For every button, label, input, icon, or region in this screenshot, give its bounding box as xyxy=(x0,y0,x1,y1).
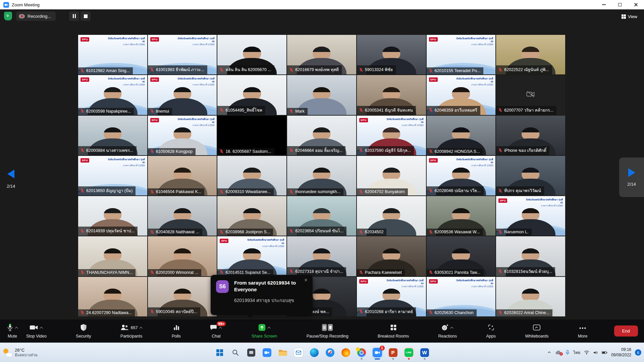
toolbar-item-breakout-rooms[interactable]: Breakout Rooms xyxy=(374,319,413,343)
participant-tile[interactable]: 62008942 HONGSA S... xyxy=(427,116,496,155)
toolbar-item-whiteboards[interactable]: Whiteboards xyxy=(521,319,552,343)
toolbar-item-polls[interactable]: Polls xyxy=(168,319,185,343)
participant-tile[interactable]: 62046664 ออม ลิ้มเจริญ... xyxy=(287,116,356,155)
chrome-taskbar-icon[interactable] xyxy=(356,347,367,358)
participant-tile[interactable]: 62009310 Wiwattanee... xyxy=(217,156,286,195)
chevron-up-icon[interactable] xyxy=(219,326,222,330)
onedrive-error-icon[interactable]: × xyxy=(555,350,562,355)
line-taskbar-icon[interactable]: LINE xyxy=(403,347,415,358)
participant-tile[interactable]: SPUปัจฉิมนิเทศนักศึกษาสหกิจศึกษา รุ่นที่… xyxy=(357,277,426,316)
file-explorer-taskbar-icon[interactable] xyxy=(277,347,288,358)
participant-tile[interactable]: 62027318 สุปราณี จำปา... xyxy=(287,236,356,276)
previous-page-arrow-icon[interactable] xyxy=(7,170,14,178)
compass-taskbar-icon[interactable] xyxy=(324,347,336,358)
participant-tile[interactable]: 62034502 xyxy=(357,196,426,236)
participant-tile[interactable]: 62016679 พงษ์เทพ ทุสดี xyxy=(287,35,356,74)
taskbar-clock[interactable]: 09:16 09/08/2022 xyxy=(611,347,631,358)
participant-tile[interactable]: 61032815ธนวัฒน์ ด้วยบุ... xyxy=(496,236,565,276)
view-button[interactable]: View xyxy=(619,13,640,20)
toolbar-item-participants[interactable]: 657Participants xyxy=(116,319,147,343)
battery-icon[interactable] xyxy=(602,351,607,355)
camera-app-taskbar-icon[interactable] xyxy=(261,347,273,358)
tray-microphone-icon[interactable] xyxy=(566,350,570,355)
maximize-button[interactable] xyxy=(612,0,628,9)
mail-taskbar-icon[interactable] xyxy=(293,347,304,358)
toolbar-item-chat[interactable]: 99+Chat xyxy=(206,319,226,343)
participant-tile[interactable]: SPUปัจฉิมนิเทศนักศึกษาสหกิจศึกษา รุ่นที่… xyxy=(427,156,496,195)
participant-tile[interactable]: SPUปัจฉิมนิเทศนักศึกษาสหกิจศึกษา รุ่นที่… xyxy=(78,35,147,74)
participant-tile[interactable]: 61054495_สิทธิ์โชค xyxy=(217,75,286,115)
chat-popup-close-icon[interactable]: × xyxy=(303,277,309,284)
participant-tile[interactable]: 62002000 Wimonrat ... xyxy=(148,236,217,276)
participant-tile[interactable]: 62007707 วริษา คล้ายกร... xyxy=(496,75,565,115)
participant-tile[interactable]: SPUปัจฉิมนิเทศนักศึกษาสหกิจศึกษา รุ่นที่… xyxy=(357,116,426,155)
next-page-nav[interactable]: 2/14 xyxy=(619,158,644,197)
search-taskbar-icon[interactable] xyxy=(230,347,241,358)
participant-tile[interactable]: SPUปัจฉิมนิเทศนักศึกษาสหกิจศึกษา รุ่นที่… xyxy=(78,156,147,195)
participant-tile[interactable]: 62000884 นางสาวเพชร... xyxy=(78,116,147,155)
toolbar-item-mute[interactable]: Mute xyxy=(3,319,22,343)
participant-tile[interactable]: 62026022 Arirat Chine... xyxy=(496,277,565,316)
participant-tile[interactable]: ทีปกร คุณาพรวิวัฒน์ xyxy=(496,156,565,195)
participant-tile[interactable]: 61046504 Pakkawat K... xyxy=(148,156,217,195)
participant-tile[interactable]: iPhone ของ เกียรติศักดิ์ xyxy=(496,116,565,155)
taskbar-weather-widget[interactable]: 26°C มีแดดบางส่วน xyxy=(3,348,38,358)
participant-tile[interactable]: 62009536 Wasawat W... xyxy=(427,196,496,236)
participant-tile[interactable]: SPUปัจฉิมนิเทศนักศึกษาสหกิจศึกษา รุ่นที่… xyxy=(427,277,496,316)
chevron-up-icon[interactable] xyxy=(450,326,453,330)
toolbar-item-reactions[interactable]: Reactions xyxy=(434,319,461,343)
participant-tile[interactable]: 62040828 Natthawat ... xyxy=(148,196,217,236)
chevron-up-icon[interactable] xyxy=(139,326,143,330)
participant-tile[interactable]: 62023654 ปริยนนท์ ขันโ... xyxy=(287,196,356,236)
toolbar-item-security[interactable]: Security xyxy=(72,319,95,343)
zoom-taskbar-icon[interactable]: 1 xyxy=(372,347,383,358)
chevron-up-icon[interactable] xyxy=(267,326,271,330)
close-button[interactable] xyxy=(628,0,644,9)
toolbar-item-share-screen[interactable]: Share Screen xyxy=(248,319,281,343)
security-shield-icon[interactable] xyxy=(4,12,12,20)
participant-tile[interactable]: 62004702 Bunyakorn xyxy=(357,156,426,195)
participant-tile[interactable]: 63053021 Pannita Taw... xyxy=(427,236,496,276)
language-indicator[interactable]: ไทย xyxy=(573,349,580,356)
notification-count-badge[interactable]: 6 xyxy=(635,349,641,356)
chat-notification-popup[interactable]: S6 From sarayut 62019934 to Everyone 620… xyxy=(211,275,313,315)
participant-tile[interactable]: 62014939 ปทุมรัตน์ ชาป... xyxy=(78,196,147,236)
participant-tile[interactable]: 62005341 ธัญรดี จันทะสน xyxy=(357,75,426,115)
start-taskbar-icon[interactable] xyxy=(214,347,225,358)
firefox-taskbar-icon[interactable] xyxy=(340,347,352,358)
participant-tile[interactable]: 62038968 Jootipron S... xyxy=(217,196,286,236)
minimize-button[interactable] xyxy=(596,0,612,9)
toolbar-item-apps[interactable]: Apps xyxy=(482,319,500,343)
volume-icon[interactable] xyxy=(593,350,598,355)
participant-tile[interactable]: SPUปัจฉิมนิเทศนักศึกษาสหกิจศึกษา รุ่นที่… xyxy=(148,35,217,74)
participant-tile[interactable]: SPUปัจฉิมนิเทศนักศึกษาสหกิจศึกษา รุ่นที่… xyxy=(496,196,565,236)
participant-tile[interactable]: monruedee sumongkh... xyxy=(287,156,356,195)
next-page-arrow-icon[interactable] xyxy=(628,168,635,177)
participant-tile[interactable]: SPUปัจฉิมนิเทศนักศึกษาสหกิจศึกษา รุ่นที่… xyxy=(78,75,147,115)
stop-recording-button[interactable] xyxy=(80,11,91,21)
toolbar-item-more[interactable]: More xyxy=(574,319,591,343)
end-meeting-button[interactable]: End xyxy=(614,325,638,337)
participant-tile[interactable]: 16. 62005687 Sasitorn... xyxy=(217,116,286,155)
participant-tile[interactable]: SPUปัจฉิมนิเทศนักศึกษาสหกิจศึกษา รุ่นที่… xyxy=(217,236,286,276)
participant-tile[interactable]: SPUปัจฉิมนิเทศนักศึกษาสหกิจศึกษา รุ่นที่… xyxy=(148,116,217,155)
participant-tile[interactable]: 24.62007290 Nadtawa... xyxy=(78,277,147,316)
word-taskbar-icon[interactable]: W xyxy=(419,347,430,358)
participant-tile[interactable]: 62022522 ณัฐนันท์ ภู่พิ... xyxy=(496,35,565,74)
chevron-up-icon[interactable] xyxy=(15,326,18,330)
participant-tile[interactable]: SPUปัจฉิมนิเทศนักศึกษาสหกิจศึกษา รุ่นที่… xyxy=(427,75,496,115)
participant-tile[interactable]: THANUNCHAYA NIMN... xyxy=(78,236,147,276)
participant-tile[interactable]: Pachara Kaewwiset xyxy=(357,236,426,276)
participant-tile[interactable]: SPUปัจฉิมนิเทศนักศึกษาสหกิจศึกษา รุ่นที่… xyxy=(148,75,217,115)
powerpoint-taskbar-icon[interactable]: P xyxy=(387,347,399,358)
task-view-taskbar-icon[interactable] xyxy=(246,347,257,358)
tray-chevron-up-icon[interactable] xyxy=(547,350,551,355)
wifi-icon[interactable] xyxy=(584,350,589,355)
participant-tile[interactable]: ลลิน ลิน ลิน 62005670 ... xyxy=(217,35,286,74)
pause-recording-button[interactable] xyxy=(69,11,79,21)
toolbar-item-stop-video[interactable]: Stop Video xyxy=(22,319,51,343)
participant-tile[interactable]: 59013324 พิชัย xyxy=(357,35,426,74)
participant-tile[interactable]: SPUปัจฉิมนิเทศนักศึกษาสหกิจศึกษา รุ่นที่… xyxy=(427,35,496,74)
chevron-up-icon[interactable] xyxy=(40,326,43,330)
toolbar-item-pause-stop-recording[interactable]: Pause/Stop Recording xyxy=(303,319,353,343)
